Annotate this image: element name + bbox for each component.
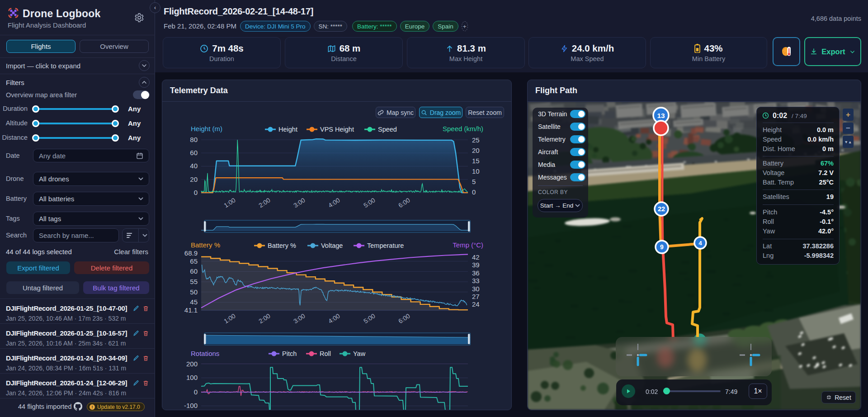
svg-text:24: 24 — [472, 300, 480, 308]
svg-text:68.9: 68.9 — [184, 249, 198, 257]
svg-text:42: 42 — [472, 253, 480, 261]
svg-text:Battery %: Battery % — [191, 241, 220, 249]
svg-text:60: 60 — [190, 149, 198, 156]
svg-text:22: 22 — [658, 205, 665, 213]
svg-text:6:00: 6:00 — [397, 196, 411, 209]
svg-text:Height: Height — [278, 126, 297, 133]
svg-text:5:00: 5:00 — [362, 312, 377, 325]
svg-text:Roll: Roll — [320, 350, 331, 357]
svg-text:100: 100 — [186, 374, 198, 381]
svg-text:Temperature: Temperature — [367, 242, 404, 249]
svg-text:50: 50 — [190, 288, 198, 296]
svg-text:41.1: 41.1 — [184, 306, 198, 314]
svg-text:Voltage: Voltage — [321, 242, 343, 249]
svg-text:Speed (km/h): Speed (km/h) — [443, 125, 483, 133]
svg-text:45: 45 — [190, 298, 198, 306]
svg-text:Yaw: Yaw — [353, 350, 366, 357]
svg-text:13: 13 — [657, 112, 665, 119]
svg-text:4:00: 4:00 — [327, 196, 341, 209]
svg-text:2:00: 2:00 — [257, 196, 272, 209]
svg-text:2:00: 2:00 — [257, 312, 272, 325]
svg-text:3:00: 3:00 — [292, 312, 307, 325]
svg-text:40: 40 — [190, 162, 198, 170]
svg-text:30: 30 — [472, 285, 480, 293]
svg-text:36: 36 — [472, 269, 480, 277]
svg-text:9: 9 — [660, 243, 664, 251]
svg-text:Rotations: Rotations — [191, 350, 219, 357]
svg-text:Pitch: Pitch — [282, 350, 297, 357]
svg-text:5:00: 5:00 — [362, 196, 377, 209]
svg-text:39: 39 — [472, 261, 480, 269]
svg-text:Battery %: Battery % — [268, 242, 296, 249]
svg-text:4: 4 — [698, 240, 702, 246]
svg-text:0: 0 — [194, 388, 198, 396]
svg-text:0: 0 — [472, 188, 476, 196]
svg-text:1:00: 1:00 — [222, 196, 237, 209]
svg-text:-100: -100 — [184, 402, 198, 409]
svg-text:5: 5 — [472, 178, 476, 185]
svg-text:65: 65 — [190, 257, 198, 265]
svg-text:0: 0 — [194, 189, 198, 196]
svg-text:60: 60 — [190, 267, 198, 275]
svg-text:10: 10 — [472, 167, 480, 175]
svg-text:20: 20 — [190, 175, 198, 183]
svg-text:15: 15 — [472, 157, 480, 165]
svg-text:1:00: 1:00 — [222, 312, 237, 325]
svg-text:200: 200 — [186, 360, 198, 368]
svg-text:20: 20 — [472, 147, 480, 154]
svg-text:25: 25 — [472, 136, 480, 144]
svg-text:Height (m): Height (m) — [191, 125, 222, 133]
svg-text:3:00: 3:00 — [292, 196, 307, 209]
svg-text:80: 80 — [190, 136, 198, 143]
svg-text:55: 55 — [190, 278, 198, 285]
svg-text:27: 27 — [472, 293, 480, 300]
svg-text:VPS Height: VPS Height — [320, 126, 354, 133]
svg-text:Speed: Speed — [378, 126, 397, 133]
svg-text:33: 33 — [472, 277, 480, 284]
svg-text:4:00: 4:00 — [327, 312, 341, 325]
svg-text:6:00: 6:00 — [397, 312, 411, 325]
svg-text:Temp (°C): Temp (°C) — [453, 241, 483, 249]
